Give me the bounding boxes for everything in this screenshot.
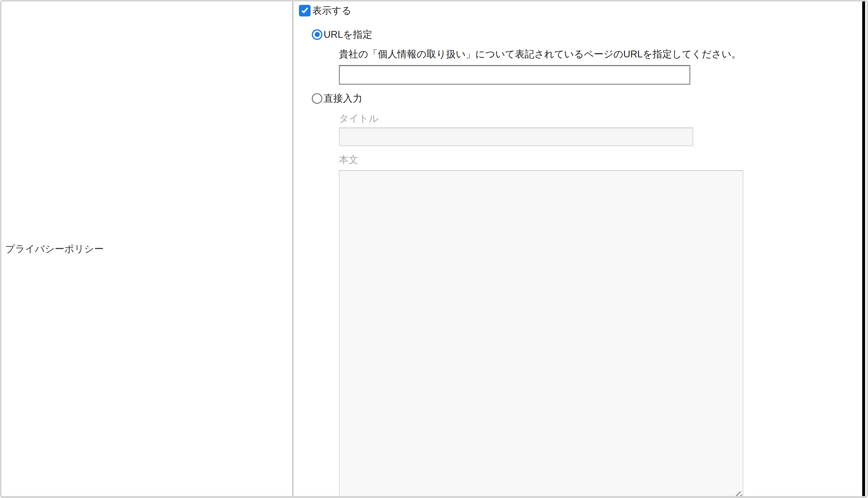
checkmark-icon	[301, 6, 308, 13]
url-option-label[interactable]: URLを指定	[324, 28, 372, 41]
right-edge-bar	[862, 1, 865, 496]
row-label: プライバシーポリシー	[5, 242, 104, 255]
body-textarea	[339, 170, 743, 498]
display-checkbox[interactable]	[299, 5, 311, 16]
direct-option-radio[interactable]	[312, 93, 322, 104]
body-textarea-wrap	[339, 170, 743, 498]
direct-option-row: 直接入力	[312, 92, 867, 105]
body-label: 本文	[339, 154, 867, 165]
privacy-policy-settings-row: プライバシーポリシー 表示する URLを指定 貴社の「個人情報の取り扱い」につい…	[0, 0, 868, 498]
title-label: タイトル	[339, 113, 867, 124]
title-input	[339, 128, 693, 146]
row-label-cell: プライバシーポリシー	[1, 1, 293, 496]
url-option-row: URLを指定	[312, 28, 867, 41]
url-option-radio[interactable]	[312, 29, 322, 40]
url-help-text: 貴社の「個人情報の取り扱い」について表記されているページのURLを指定してくださ…	[339, 48, 867, 60]
display-checkbox-label[interactable]: 表示する	[312, 4, 351, 17]
url-input[interactable]	[339, 65, 690, 85]
privacy-policy-options: URLを指定 貴社の「個人情報の取り扱い」について表記されているページのURLを…	[312, 28, 867, 498]
direct-option-label[interactable]: 直接入力	[324, 92, 362, 105]
row-content-cell: 表示する URLを指定 貴社の「個人情報の取り扱い」について表記されているページ…	[293, 1, 867, 496]
display-checkbox-row: 表示する	[299, 4, 867, 17]
radio-dot-icon	[315, 32, 320, 37]
